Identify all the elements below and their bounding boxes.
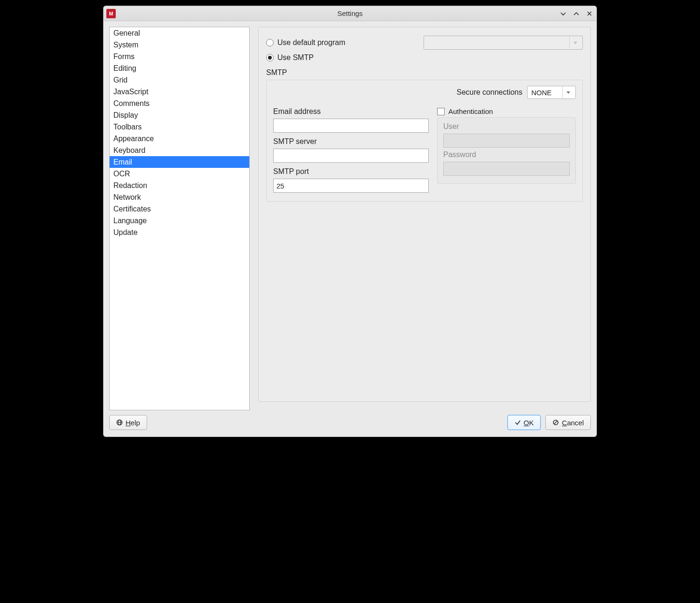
sidebar-item-general[interactable]: General [110, 27, 249, 39]
user-input [443, 134, 570, 148]
default-program-combo[interactable] [424, 36, 583, 50]
sidebar-item-network[interactable]: Network [110, 191, 249, 203]
default-program-row: Use default program [266, 36, 583, 50]
window-title: Settings [104, 9, 596, 17]
main-panel: Use default program Use SMTP SMTP Secure… [258, 27, 591, 410]
radio-use-smtp-label: Use SMTP [277, 53, 313, 62]
sidebar-item-toolbars[interactable]: Toolbars [110, 121, 249, 133]
app-icon: M [106, 9, 116, 18]
smtp-server-label: SMTP server [273, 137, 429, 146]
help-button[interactable]: Help [109, 415, 147, 430]
dialog-footer: Help OK Cancel [104, 410, 596, 437]
smtp-right-col: Authentication User Password [437, 107, 576, 193]
secure-connections-row: Secure connections NONE [273, 86, 576, 99]
email-panel: Use default program Use SMTP SMTP Secure… [258, 27, 591, 402]
help-icon [116, 419, 123, 426]
maximize-icon[interactable] [572, 9, 581, 18]
sidebar-item-grid[interactable]: Grid [110, 74, 249, 86]
smtp-radio-row: Use SMTP [266, 53, 583, 62]
authentication-checkbox[interactable] [437, 108, 445, 115]
sidebar-item-ocr[interactable]: OCR [110, 168, 249, 180]
sidebar-item-language[interactable]: Language [110, 215, 249, 226]
smtp-port-label: SMTP port [273, 167, 429, 176]
sidebar-item-update[interactable]: Update [110, 226, 249, 238]
sidebar-item-forms[interactable]: Forms [110, 51, 249, 62]
smtp-section-label: SMTP [266, 68, 583, 77]
email-address-input[interactable] [273, 119, 429, 133]
authentication-row: Authentication [437, 107, 576, 115]
radio-default-program[interactable] [266, 39, 274, 46]
help-label-rest: elp [131, 419, 140, 427]
secure-connections-label: Secure connections [456, 88, 522, 97]
prohibit-icon [552, 419, 559, 426]
sidebar-item-editing[interactable]: Editing [110, 62, 249, 74]
check-icon [514, 419, 521, 426]
settings-window: M Settings General System Forms Editing … [103, 6, 597, 437]
sidebar-item-appearance[interactable]: Appearance [110, 133, 249, 144]
titlebar: M Settings [104, 6, 596, 21]
sidebar-item-email[interactable]: Email [110, 156, 249, 168]
radio-use-smtp[interactable] [266, 54, 274, 61]
cancel-button[interactable]: Cancel [545, 415, 591, 430]
dialog-content: General System Forms Editing Grid JavaSc… [104, 21, 596, 410]
sidebar-item-javascript[interactable]: JavaScript [110, 86, 249, 98]
secure-connections-value: NONE [528, 89, 562, 97]
password-input [443, 162, 570, 176]
authentication-label: Authentication [448, 107, 493, 115]
smtp-port-input[interactable] [273, 179, 429, 193]
secure-connections-combo[interactable]: NONE [527, 86, 576, 99]
sidebar-item-display[interactable]: Display [110, 109, 249, 121]
chevron-down-icon [562, 86, 573, 98]
smtp-left-col: Email address SMTP server SMTP port [273, 107, 429, 193]
auth-frame: User Password [437, 117, 576, 184]
chevron-down-icon [569, 37, 581, 49]
close-icon[interactable] [585, 9, 594, 18]
user-label: User [443, 122, 570, 131]
minimize-icon[interactable] [559, 9, 567, 18]
sidebar-item-comments[interactable]: Comments [110, 98, 249, 109]
sidebar-item-system[interactable]: System [110, 39, 249, 51]
email-address-label: Email address [273, 107, 429, 116]
smtp-columns: Email address SMTP server SMTP port Auth… [273, 107, 576, 193]
sidebar-item-redaction[interactable]: Redaction [110, 180, 249, 191]
password-label: Password [443, 151, 570, 159]
window-controls [559, 9, 594, 18]
sidebar-item-keyboard[interactable]: Keyboard [110, 144, 249, 156]
smtp-frame: Secure connections NONE Email address SM… [266, 80, 583, 202]
radio-default-program-label: Use default program [277, 38, 345, 47]
svg-line-4 [554, 421, 558, 424]
sidebar-item-certificates[interactable]: Certificates [110, 203, 249, 215]
sidebar: General System Forms Editing Grid JavaSc… [109, 27, 250, 410]
ok-button[interactable]: OK [507, 415, 541, 430]
smtp-server-input[interactable] [273, 149, 429, 163]
